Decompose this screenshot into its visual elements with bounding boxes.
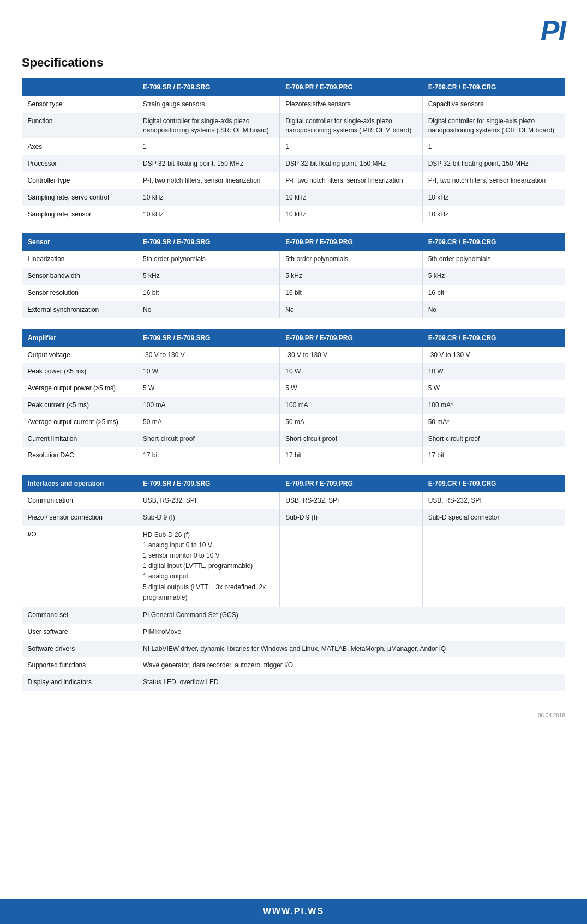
row-value-col2: 100 mA: [280, 397, 422, 414]
row-value-col1: Sub-D 9 (f): [137, 509, 280, 526]
interfaces-col-cr: E-709.CR / E-709.CRG: [422, 475, 565, 492]
row-value-col1: 5 kHz: [137, 268, 280, 285]
row-value-col3: 10 kHz: [422, 206, 565, 223]
table-row: Software driversNI LabVIEW driver, dynam…: [22, 641, 565, 657]
sensor-header-row: Sensor E-709.SR / E-709.SRG E-709.PR / E…: [22, 234, 565, 251]
row-value-span: PIMikroMove: [137, 624, 565, 641]
table-row: Linearization5th order polynomials5th or…: [22, 251, 565, 268]
row-value-col3: USB, RS-232, SPI: [422, 492, 565, 509]
row-value-col3: Short-circuit proof: [422, 431, 565, 448]
amplifier-col-cr: E-709.CR / E-709.CRG: [422, 329, 565, 346]
table-row: I/OHD Sub-D 26 (f) 1 analog input 0 to 1…: [22, 526, 565, 607]
table-row: Current limitationShort-circuit proofSho…: [22, 431, 565, 448]
table-row: Sampling rate, sensor10 kHz10 kHz10 kHz: [22, 206, 565, 223]
footer-bar: WWW.PI.WS: [0, 899, 587, 924]
row-value-col3: Digital controller for single-axis piezo…: [422, 113, 565, 139]
row-label: Axes: [22, 138, 137, 155]
table-row: Sensor bandwidth5 kHz5 kHz5 kHz: [22, 268, 565, 285]
row-value-col3: 5 W: [422, 380, 565, 397]
row-label: Display and indicators: [22, 674, 137, 691]
row-value-col3: 50 mA*: [422, 414, 565, 431]
row-value-span: NI LabVIEW driver, dynamic libraries for…: [137, 641, 565, 657]
row-label: Current limitation: [22, 431, 137, 448]
row-value-col1: 100 mA: [137, 397, 280, 414]
amplifier-header-row: Amplifier E-709.SR / E-709.SRG E-709.PR …: [22, 329, 565, 346]
row-value-col1: 16 bit: [137, 285, 280, 301]
table-row: Resolution DAC17 bit17 bit17 bit: [22, 447, 565, 464]
row-value-col1: Digital controller for single-axis piezo…: [137, 113, 280, 139]
row-value-col2: -30 V to 130 V: [280, 346, 422, 363]
row-value-col1: 10 W: [137, 363, 280, 380]
table-row: ProcessorDSP 32-bit floating point, 150 …: [22, 155, 565, 172]
amplifier-col-pr: E-709.PR / E-709.PRG: [280, 329, 422, 346]
row-label: Sampling rate, servo control: [22, 189, 137, 206]
table-row: Output voltage-30 V to 130 V-30 V to 130…: [22, 346, 565, 363]
table-row: Peak current (<5 ms)100 mA100 mA100 mA*: [22, 397, 565, 414]
table-row: Average output current (>5 ms)50 mA50 mA…: [22, 414, 565, 431]
row-value-col3: DSP 32-bit floating point, 150 MHz: [422, 155, 565, 172]
sensor-col-pr: E-709.PR / E-709.PRG: [280, 234, 422, 251]
row-value-col2: No: [280, 301, 422, 318]
table-row: FunctionDigital controller for single-ax…: [22, 113, 565, 139]
general-col-cr: E-709.CR / E-709.CRG: [422, 79, 565, 96]
table-row: Piezo / sensor connectionSub-D 9 (f)Sub-…: [22, 509, 565, 526]
row-label: Piezo / sensor connection: [22, 509, 137, 526]
page-title: Specifications: [22, 56, 565, 70]
row-value-col2: 5 kHz: [280, 268, 422, 285]
row-label: I/O: [22, 526, 137, 607]
row-label: Peak power (<5 ms): [22, 363, 137, 380]
row-label: Processor: [22, 155, 137, 172]
row-label: Function: [22, 113, 137, 139]
sensor-col-label: Sensor: [22, 234, 137, 251]
row-value-col3: 5th order polynomials: [422, 251, 565, 268]
table-row: Average output power (>5 ms)5 W5 W5 W: [22, 380, 565, 397]
table-row: CommunicationUSB, RS-232, SPIUSB, RS-232…: [22, 492, 565, 509]
row-value-col1: P-I, two notch filters, sensor lineariza…: [137, 172, 280, 189]
table-row: Controller typeP-I, two notch filters, s…: [22, 172, 565, 189]
row-value-col2: 10 W: [280, 363, 422, 380]
row-label: Output voltage: [22, 346, 137, 363]
row-value-col2: Digital controller for single-axis piezo…: [280, 113, 422, 139]
pi-logo-mark: PI: [541, 16, 565, 45]
sensor-specs-table: Sensor E-709.SR / E-709.SRG E-709.PR / E…: [22, 233, 565, 318]
row-value-col1: 5 W: [137, 380, 280, 397]
row-value-col1: 10 kHz: [137, 189, 280, 206]
row-value-col3: [422, 526, 565, 607]
row-label: External synchronization: [22, 301, 137, 318]
sensor-col-sr: E-709.SR / E-709.SRG: [137, 234, 280, 251]
general-header-row: E-709.SR / E-709.SRG E-709.PR / E-709.PR…: [22, 79, 565, 96]
row-value-col1: 50 mA: [137, 414, 280, 431]
row-value-col1: Strain gauge sensors: [137, 96, 280, 113]
row-value-col2: 10 kHz: [280, 206, 422, 223]
row-value-col3: 10 kHz: [422, 189, 565, 206]
row-value-col1: Short-circuit proof: [137, 431, 280, 448]
page-wrapper: PI Specifications E-709.SR / E-709.SRG E…: [0, 0, 587, 924]
table-row: User softwarePIMikroMove: [22, 624, 565, 641]
row-value-col3: No: [422, 301, 565, 318]
row-label: Supported functions: [22, 657, 137, 674]
row-label: Sensor resolution: [22, 285, 137, 301]
row-value-col2: 17 bit: [280, 447, 422, 464]
row-value-col2: P-I, two notch filters, sensor lineariza…: [280, 172, 422, 189]
interfaces-header-row: Interfaces and operation E-709.SR / E-70…: [22, 475, 565, 492]
row-value-span: PI General Command Set (GCS): [137, 607, 565, 624]
row-value-col2: 50 mA: [280, 414, 422, 431]
table-row: Display and indicatorsStatus LED, overfl…: [22, 674, 565, 691]
row-label: Sensor type: [22, 96, 137, 113]
row-value-col2: Piezoresistive sensors: [280, 96, 422, 113]
row-value-col1: 10 kHz: [137, 206, 280, 223]
table-row: Sampling rate, servo control10 kHz10 kHz…: [22, 189, 565, 206]
row-value-col2: USB, RS-232, SPI: [280, 492, 422, 509]
row-value-col3: 16 bit: [422, 285, 565, 301]
amplifier-specs-table: Amplifier E-709.SR / E-709.SRG E-709.PR …: [22, 329, 565, 464]
row-value-col1: USB, RS-232, SPI: [137, 492, 280, 509]
interfaces-specs-table: Interfaces and operation E-709.SR / E-70…: [22, 475, 565, 691]
row-value-col3: Capacitive sensors: [422, 96, 565, 113]
row-value-col1: 17 bit: [137, 447, 280, 464]
row-label: User software: [22, 624, 137, 641]
header-logo: PI: [22, 11, 565, 50]
row-label: Peak current (<5 ms): [22, 397, 137, 414]
table-row: Sensor typeStrain gauge sensorsPiezoresi…: [22, 96, 565, 113]
row-value-col1: 5th order polynomials: [137, 251, 280, 268]
table-row: Peak power (<5 ms)10 W10 W10 W: [22, 363, 565, 380]
